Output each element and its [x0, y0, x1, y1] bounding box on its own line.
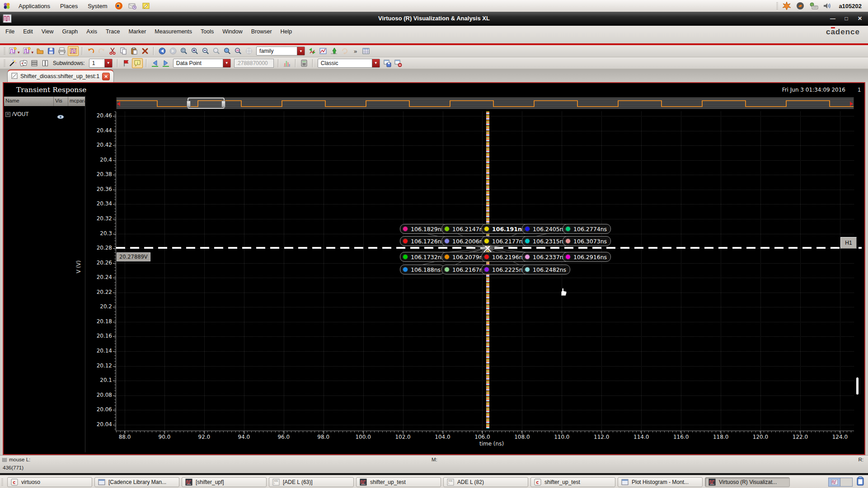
taskbar-button-shifter-upf[interactable]: [shifter_upf] — [182, 477, 267, 487]
dropdown-arrow-icon[interactable]: ▾ — [18, 50, 20, 55]
workspace-2[interactable] — [840, 478, 853, 487]
notes-icon[interactable] — [141, 1, 150, 10]
delete-icon[interactable] — [140, 46, 150, 56]
zoom-fit-icon[interactable] — [179, 46, 189, 56]
zoom-xy-icon[interactable] — [233, 46, 243, 56]
wand-icon[interactable] — [8, 59, 18, 68]
menu-measurements[interactable]: Measurements — [155, 28, 192, 35]
tab-close-icon[interactable]: ✕ — [102, 73, 110, 80]
vertical-split-icon[interactable] — [40, 59, 50, 68]
toolbar-grip[interactable] — [4, 60, 5, 67]
dropdown-button-icon[interactable]: ▼ — [104, 59, 112, 67]
menu-trace[interactable]: Trace — [106, 28, 120, 35]
replot-icon[interactable] — [340, 46, 350, 56]
calculator-icon[interactable] — [299, 59, 309, 68]
strip-left-arrow-icon[interactable] — [117, 102, 120, 106]
menu-file[interactable]: File — [5, 28, 14, 35]
expander-icon[interactable]: + — [5, 112, 10, 117]
taskbar-button-virtuoso[interactable]: cvirtuoso — [7, 477, 92, 487]
menu-view[interactable]: View — [42, 28, 54, 35]
table-icon[interactable] — [361, 46, 371, 56]
menu-applications[interactable]: Applications — [19, 3, 50, 9]
taskbar-button-plot-histogram-mont[interactable]: Plot Histogram - Mont... — [618, 477, 703, 487]
panel-grip[interactable] — [776, 2, 778, 9]
strip-mode-icon[interactable] — [68, 46, 79, 56]
paste-icon[interactable] — [129, 46, 139, 56]
datapoint-callout[interactable]: 106.2774ns — [563, 224, 611, 234]
eye-icon[interactable] — [57, 113, 64, 121]
marker-h1-label[interactable]: H1 — [840, 237, 857, 249]
annotation-icon[interactable]: i — [132, 58, 143, 68]
signal-row-vout[interactable]: + /VOUT — [5, 111, 29, 117]
minimize-icon[interactable]: — — [828, 14, 837, 23]
strip-right-arrow-icon[interactable] — [850, 102, 853, 106]
selection-handle-left[interactable] — [187, 101, 191, 107]
workspace-1[interactable] — [828, 478, 840, 487]
menu-edit[interactable]: Edit — [23, 28, 33, 35]
copy-icon[interactable] — [118, 46, 128, 56]
taskbar-button-virtuoso-r-visualizat[interactable]: Virtuoso (R) Visualizat... — [705, 477, 790, 487]
forward-icon[interactable] — [168, 46, 178, 56]
horizontal-split-icon[interactable] — [29, 59, 39, 68]
taskbar-button-ade-l-63[interactable]: ADEL[ADE L (63)] — [269, 477, 354, 487]
datapoint-callout[interactable]: 106.2482ns — [522, 265, 570, 274]
workspace-switcher[interactable] — [828, 478, 853, 487]
previous-point-icon[interactable] — [150, 59, 160, 68]
menu-system[interactable]: System — [88, 3, 107, 9]
menu-axis[interactable]: Axis — [86, 28, 97, 35]
window-titlebar[interactable]: Virtuoso (R) Visualization & Analysis XL… — [0, 12, 868, 27]
dropdown-button-icon[interactable]: ▼ — [223, 59, 230, 67]
taskbar-button-ade-l-82[interactable]: ADELADE L (82) — [443, 477, 528, 487]
datapoint-callout[interactable]: 106.3073ns — [563, 236, 611, 246]
overview-selection-window[interactable] — [188, 98, 225, 109]
menu-window[interactable]: Window — [222, 28, 242, 35]
maximize-icon[interactable]: □ — [842, 14, 851, 23]
marker-value-label[interactable]: 20.27889V — [117, 252, 150, 261]
toolbar-grip[interactable] — [4, 47, 5, 55]
datapoint-callout[interactable]: 106.188ns — [400, 265, 445, 274]
brightness-icon[interactable] — [782, 1, 791, 10]
print-icon[interactable] — [57, 46, 67, 56]
fit-selected-icon[interactable] — [222, 46, 232, 56]
cut-icon[interactable] — [108, 46, 117, 56]
firefox-icon[interactable] — [114, 1, 123, 10]
selection-handle-right[interactable] — [221, 101, 225, 107]
open-icon[interactable] — [35, 46, 45, 56]
dropdown-button-icon[interactable]: ▼ — [372, 59, 380, 67]
menu-marker[interactable]: Marker — [128, 28, 146, 35]
dropdown-button-icon[interactable]: ▼ — [297, 47, 305, 55]
column-mcpara[interactable]: mcpara — [68, 97, 85, 106]
overlay-plot-icon[interactable] — [318, 46, 328, 56]
taskbar-button-cadence-library-man[interactable]: [Cadence Library Man... — [94, 477, 179, 487]
close-icon[interactable]: ✕ — [855, 14, 864, 23]
column-vis[interactable]: Vis — [54, 97, 68, 106]
column-name[interactable]: Name — [4, 97, 54, 106]
flag-icon[interactable] — [121, 59, 131, 68]
zoom-in-icon[interactable] — [190, 46, 200, 56]
update-plot-icon[interactable] — [329, 46, 339, 56]
scrollbar-thumb[interactable] — [856, 377, 859, 395]
theme-combo[interactable]: Classic▼ — [318, 59, 380, 68]
volume-icon[interactable] — [823, 1, 832, 10]
close-subwindow-icon[interactable] — [393, 59, 403, 68]
new-subwindow-icon[interactable] — [22, 46, 32, 56]
menu-graph[interactable]: Graph — [62, 28, 78, 35]
clipboard-icon[interactable] — [856, 476, 864, 488]
cards-icon[interactable] — [19, 59, 28, 68]
swap-sweep-icon[interactable] — [307, 46, 317, 56]
new-waveform-icon[interactable] — [8, 46, 18, 56]
menu-places[interactable]: Places — [60, 3, 78, 9]
email-icon[interactable] — [128, 1, 137, 10]
tab-shifter-up-test[interactable]: Shifter_dioass:shifter_up_test:1 ✕ — [7, 70, 114, 82]
taskbar-grip[interactable] — [1, 479, 3, 486]
keyboard-layout-icon[interactable] — [809, 1, 818, 10]
toolbar-overflow-chevrons[interactable]: » — [354, 48, 357, 55]
navigate-mode-combo[interactable]: Data Point▼ — [173, 59, 231, 68]
save-icon[interactable] — [46, 46, 56, 56]
menu-browser[interactable]: Browser — [251, 28, 272, 35]
menu-tools[interactable]: Tools — [201, 28, 214, 35]
username[interactable]: a105202 — [839, 3, 862, 9]
signal-name[interactable]: /VOUT — [12, 111, 29, 117]
redo-icon[interactable] — [97, 46, 107, 56]
datapoint-callout[interactable]: 106.2916ns — [563, 252, 611, 262]
